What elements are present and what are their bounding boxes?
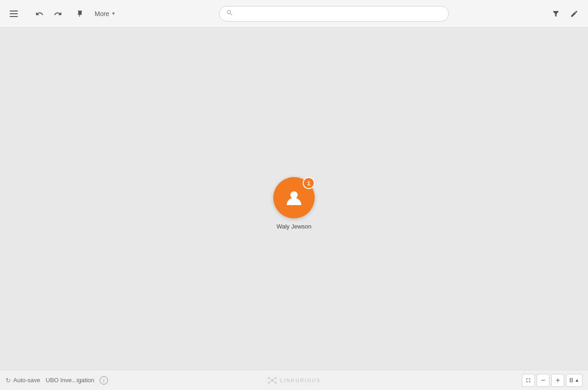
search-input[interactable] bbox=[237, 10, 442, 17]
layout-label: B bbox=[569, 377, 573, 384]
node-label: Waly Jewson bbox=[277, 223, 311, 230]
redo-icon bbox=[54, 10, 62, 18]
more-button[interactable]: More ▼ bbox=[90, 7, 120, 20]
bottom-right: − + B ▲ bbox=[522, 374, 582, 387]
info-button[interactable]: i bbox=[100, 376, 108, 384]
svg-rect-0 bbox=[10, 11, 18, 11]
filter-button[interactable] bbox=[548, 6, 564, 22]
linkurious-logo: LINKURIOUS bbox=[267, 375, 321, 385]
redo-button[interactable] bbox=[50, 6, 66, 22]
svg-rect-2 bbox=[10, 16, 18, 17]
undo-button[interactable] bbox=[31, 6, 48, 22]
pin-icon bbox=[76, 10, 84, 18]
person-icon bbox=[284, 188, 304, 208]
zoom-out-icon: − bbox=[541, 376, 545, 384]
layout-button[interactable]: B ▲ bbox=[566, 374, 582, 387]
bottom-left: ↻ Auto-save UBO Inve...igation i bbox=[6, 376, 108, 384]
search-icon bbox=[226, 9, 233, 18]
fullscreen-icon bbox=[525, 377, 531, 384]
chevron-up-icon: ▲ bbox=[575, 378, 579, 383]
undo-icon bbox=[35, 10, 44, 18]
linkurious-logo-icon bbox=[267, 375, 277, 385]
node-circle[interactable]: 1 bbox=[273, 177, 315, 218]
autosave-icon: ↻ bbox=[6, 377, 11, 384]
autosave-wrap: ↻ Auto-save bbox=[6, 377, 40, 384]
node-container: 1 Waly Jewson bbox=[273, 177, 315, 230]
svg-point-3 bbox=[290, 191, 298, 199]
zoom-in-button[interactable]: + bbox=[551, 374, 564, 387]
node-badge: 1 bbox=[303, 177, 315, 189]
toolbar-right bbox=[548, 6, 582, 22]
linkurious-text: LINKURIOUS bbox=[280, 378, 321, 383]
pin-button[interactable] bbox=[72, 6, 88, 22]
menu-button[interactable] bbox=[6, 6, 22, 22]
filter-icon bbox=[552, 10, 560, 18]
bottom-bar: ↻ Auto-save UBO Inve...igation i LINKURI… bbox=[0, 370, 588, 390]
zoom-out-button[interactable]: − bbox=[537, 374, 549, 387]
autosave-label: Auto-save bbox=[13, 377, 40, 384]
search-box bbox=[219, 6, 449, 22]
search-container bbox=[122, 6, 546, 22]
toolbar: More ▼ bbox=[0, 0, 588, 28]
investigation-label: UBO Inve...igation bbox=[46, 377, 95, 384]
node-badge-count: 1 bbox=[307, 180, 310, 187]
edit-icon bbox=[570, 10, 578, 18]
more-label: More bbox=[95, 10, 109, 17]
canvas[interactable]: 1 Waly Jewson bbox=[0, 28, 588, 390]
zoom-in-icon: + bbox=[556, 376, 560, 384]
hamburger-icon bbox=[10, 11, 18, 17]
svg-rect-1 bbox=[10, 13, 18, 14]
edit-button[interactable] bbox=[566, 6, 582, 22]
fullscreen-button[interactable] bbox=[522, 374, 535, 387]
chevron-down-icon: ▼ bbox=[111, 11, 116, 16]
